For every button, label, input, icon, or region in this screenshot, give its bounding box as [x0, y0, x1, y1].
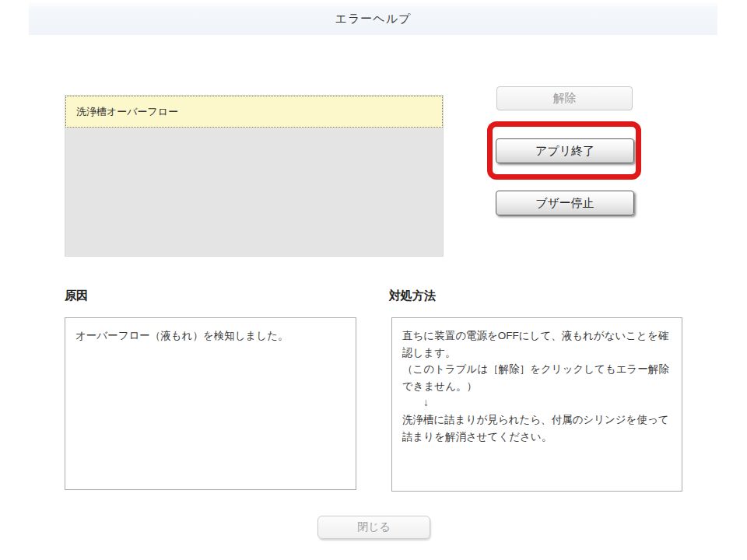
- error-list-item-selected[interactable]: 洗浄槽オーバーフロー: [65, 96, 443, 128]
- error-list[interactable]: 洗浄槽オーバーフロー: [65, 95, 444, 257]
- remedy-text-box: 直ちに装置の電源をOFFにして、液もれがないことを確認します。 （このトラブルは…: [391, 317, 682, 492]
- header-bar: エラーヘルプ: [29, 3, 717, 35]
- close-button[interactable]: 閉じる: [317, 516, 430, 539]
- cause-section-label: 原因: [65, 289, 88, 303]
- cause-text-box: オーバーフロー（液もれ）を検知しました。: [65, 317, 356, 490]
- release-button[interactable]: 解除: [496, 86, 633, 110]
- buzzer-stop-button[interactable]: ブザー停止: [496, 191, 634, 215]
- exit-app-button[interactable]: アプリ終了: [496, 138, 634, 163]
- page-title: エラーヘルプ: [335, 12, 412, 26]
- remedy-section-label: 対処方法: [389, 289, 436, 303]
- error-help-screen: エラーヘルプ 洗浄槽オーバーフロー 解除 アプリ終了 ブザー停止 原因 対処方法…: [0, 0, 747, 560]
